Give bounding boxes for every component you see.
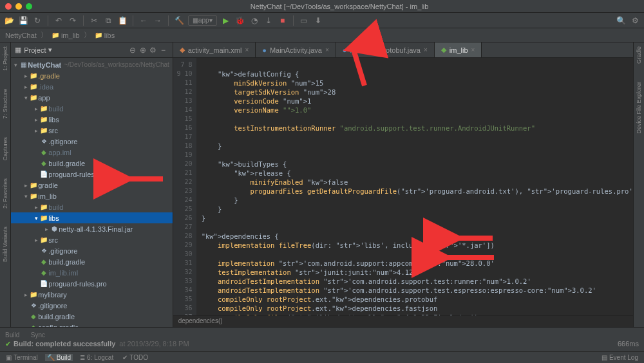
tree-imlib-proguard[interactable]: 📄proguard-rules.pro (11, 278, 172, 289)
debug-icon[interactable]: 🐞 (235, 15, 245, 26)
attach-icon[interactable]: ⤓ (263, 15, 274, 26)
project-panel: ▦ Project ▾ ⊖ ⊕ ⚙ − ▾▦NettyChat~/DevTool… (11, 42, 173, 327)
build-tab[interactable]: 🔨 Build (45, 354, 73, 361)
tree-imlib-build[interactable]: ▸📁build (11, 201, 172, 212)
cut-icon[interactable]: ✂ (89, 15, 99, 26)
logcat-tab[interactable]: ≣ 6: Logcat (78, 354, 115, 361)
editor-body[interactable]: 7 8 9 10 11 12 13 14 15 16 17 18 19 20 2… (173, 58, 633, 315)
build-result[interactable]: Build: completed successfully (5, 340, 115, 348)
build-time: at 2019/3/29, 8:18 PM (119, 340, 189, 348)
run-config-label: app (198, 17, 209, 24)
gear-icon[interactable]: ⚙ (148, 45, 158, 55)
build-header-build[interactable]: Build (5, 331, 19, 339)
bottom-tool-tabs: ▣ Terminal 🔨 Build ≣ 6: Logcat ✔ TODO ▤ … (0, 351, 644, 363)
tree-idea-dir[interactable]: ▸📁.idea (11, 81, 172, 92)
back-icon[interactable]: ← (138, 15, 149, 26)
build-panel: Build Sync Build: completed successfully… (0, 327, 644, 351)
run-icon[interactable]: ▶ (221, 15, 231, 26)
line-gutter: 7 8 9 10 11 12 13 14 15 16 17 18 19 20 2… (173, 58, 196, 315)
tree-app-buildgradle[interactable]: ◆build.gradle (11, 158, 172, 169)
hammer-icon[interactable]: 🔨 (174, 15, 184, 26)
minimize-window-button[interactable] (15, 3, 22, 10)
eventlog-tab[interactable]: ▤ Event Log (600, 354, 640, 361)
tree-imlib-iml[interactable]: ◆im_lib.iml (11, 267, 172, 278)
editor-area: ◆activity_main.xml× ●MainActivity.java× … (173, 42, 633, 327)
captures-tool-tab[interactable]: Captures (1, 136, 10, 162)
build-duration: 666ms (618, 340, 639, 348)
tree-app-gitignore[interactable]: ❖.gitignore (11, 136, 172, 147)
main-toolbar: 📂 💾 ↻ ↶ ↷ ✂ ⧉ 📋 ← → 🔨 ▦ app ▾ ▶ 🐞 ◔ ⤓ ■ … (0, 13, 644, 28)
tab-activity-main[interactable]: ◆activity_main.xml× (173, 42, 256, 57)
tree-root[interactable]: ▾▦NettyChat~/DevTools/as_workspace/Netty… (11, 59, 172, 70)
project-tree[interactable]: ▾▦NettyChat~/DevTools/as_workspace/Netty… (11, 58, 172, 327)
build-header-sync[interactable]: Sync (31, 331, 45, 339)
collapse-all-icon[interactable]: ⊖ (128, 45, 138, 55)
gradle-tool-tab[interactable]: Gradle (634, 45, 643, 65)
sdk-icon[interactable]: ⬇ (313, 15, 323, 26)
tree-imlib-libs[interactable]: ▾📁libs (11, 212, 172, 223)
todo-tab[interactable]: ✔ TODO (120, 354, 150, 361)
tree-config-gradle[interactable]: ◆config.gradle (11, 322, 172, 327)
code-area[interactable]: "kw">defaultConfig { minSdkVersion "num"… (196, 58, 633, 315)
preview-tool-tab[interactable]: Device File Explorer (634, 80, 643, 135)
breadcrumb-bar: NettyChat〉 im_lib〉 libs (0, 28, 644, 42)
editor-breadcrumb[interactable]: dependencies() (173, 315, 633, 327)
breadcrumb-module[interactable]: im_lib (52, 32, 80, 39)
target-icon[interactable]: ⊕ (138, 45, 148, 55)
project-panel-header: ▦ Project ▾ ⊖ ⊕ ⚙ − (11, 42, 172, 58)
save-icon[interactable]: 💾 (18, 15, 28, 26)
editor-tabs: ◆activity_main.xml× ●MainActivity.java× … (173, 42, 633, 58)
hide-panel-icon[interactable]: − (158, 45, 169, 55)
breadcrumb-folder[interactable]: libs (95, 32, 115, 39)
redo-icon[interactable]: ↷ (68, 15, 78, 26)
settings-icon[interactable]: ⚙ (630, 15, 640, 26)
tree-gradle-dir[interactable]: ▸📁.gradle (11, 70, 172, 81)
avd-icon[interactable]: ▭ (299, 15, 309, 26)
terminal-tab[interactable]: ▣ Terminal (4, 354, 40, 361)
sync-icon[interactable]: ↻ (32, 15, 43, 26)
build-variants-tool-tab[interactable]: Build Variants (1, 225, 10, 263)
window-controls (5, 3, 32, 10)
tree-root-buildgradle[interactable]: ◆build.gradle (11, 311, 172, 322)
tab-message-protobuf[interactable]: ●MessageProtobuf.java× (336, 42, 435, 57)
search-icon[interactable]: 🔍 (616, 15, 626, 26)
breadcrumb-project[interactable]: NettyChat (5, 32, 37, 39)
paste-icon[interactable]: 📋 (117, 15, 128, 26)
structure-tool-tab[interactable]: 7: Structure (1, 88, 10, 120)
maximize-window-button[interactable] (26, 3, 32, 10)
tab-main-activity[interactable]: ●MainActivity.java× (256, 42, 336, 57)
copy-icon[interactable]: ⧉ (103, 15, 113, 26)
tree-netty-jar[interactable]: ▸⬢netty-all-4.1.33.Final.jar (11, 223, 172, 234)
favorites-tool-tab[interactable]: 2: Favorites (1, 177, 10, 210)
run-config-dropdown[interactable]: ▦ app ▾ (188, 15, 217, 26)
forward-icon[interactable]: → (153, 15, 163, 26)
tab-imlib[interactable]: ◆im_lib× (435, 42, 482, 57)
tree-imlib-src[interactable]: ▸📁src (11, 234, 172, 245)
tree-imlib[interactable]: ▾📁im_lib (11, 191, 172, 201)
tree-app-proguard[interactable]: 📄proguard-rules.pro (11, 169, 172, 180)
undo-icon[interactable]: ↶ (53, 15, 64, 26)
open-icon[interactable]: 📂 (4, 15, 14, 26)
tree-app[interactable]: ▾📁app (11, 92, 172, 103)
tree-imlib-gitignore[interactable]: ❖.gitignore (11, 245, 172, 256)
tree-app-src[interactable]: ▸📁src (11, 125, 172, 136)
stop-icon[interactable]: ■ (278, 15, 288, 26)
mac-titlebar: NettyChat [~/DevTools/as_workspace/Netty… (0, 0, 644, 13)
profile-icon[interactable]: ◔ (249, 15, 260, 26)
tree-root-gitignore[interactable]: ❖.gitignore (11, 300, 172, 311)
left-tool-gutter: 1: Project 7: Structure Captures 2: Favo… (0, 42, 11, 327)
right-tool-gutter: Gradle Device File Explorer (633, 42, 644, 327)
close-window-button[interactable] (5, 3, 12, 10)
tree-gradle[interactable]: ▸📁gradle (11, 180, 172, 191)
project-tool-tab[interactable]: 1: Project (1, 45, 10, 72)
window-title: NettyChat [~/DevTools/as_workspace/Netty… (40, 3, 639, 10)
tree-app-libs[interactable]: ▸📁libs (11, 114, 172, 125)
tree-app-build[interactable]: ▸📁build (11, 103, 172, 114)
tree-mylibrary[interactable]: ▸📁mylibrary (11, 289, 172, 300)
tree-app-iml[interactable]: ◆app.iml (11, 147, 172, 158)
project-view-selector[interactable]: ▦ Project ▾ (15, 46, 52, 54)
tree-imlib-buildgradle[interactable]: ◆build.gradle (11, 256, 172, 267)
